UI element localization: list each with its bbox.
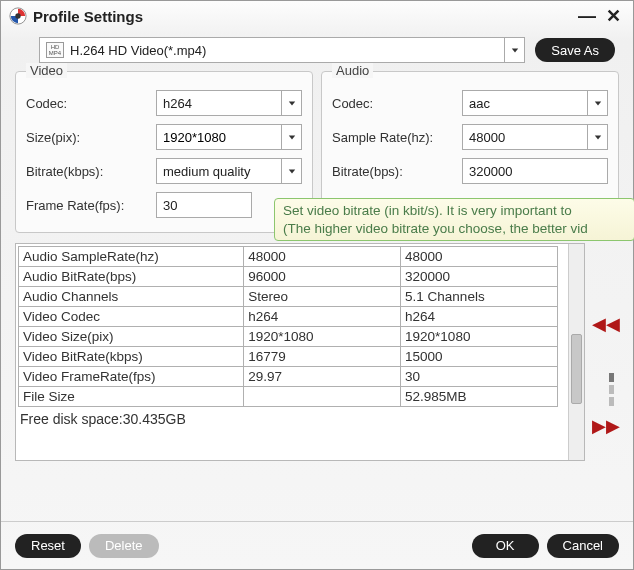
comparison-table: Audio SampleRate(hz)4800048000Audio BitR…	[18, 246, 558, 407]
table-cell-label: Video BitRate(kbps)	[19, 347, 244, 367]
table-row: Audio BitRate(bps)96000320000	[19, 267, 558, 287]
profile-settings-window: Profile Settings — ✕ HD MP4 H.264 HD Vid…	[0, 0, 634, 570]
bitrate-tooltip: Set video bitrate (in kbit/s). It is ver…	[274, 198, 634, 241]
table-cell-target: 320000	[401, 267, 558, 287]
video-size-select[interactable]	[156, 124, 302, 150]
video-bitrate-select[interactable]: medium quality	[156, 158, 302, 184]
table-cell-source: Stereo	[244, 287, 401, 307]
tooltip-line-1: Set video bitrate (in kbit/s). It is ver…	[283, 202, 626, 220]
audio-codec-label: Codec:	[332, 96, 462, 111]
table-cell-source: 48000	[244, 247, 401, 267]
audio-samplerate-select[interactable]: 48000	[462, 124, 608, 150]
chevron-down-icon	[281, 91, 301, 115]
video-bitrate-label: Bitrate(kbps):	[26, 164, 156, 179]
audio-group-title: Audio	[332, 63, 373, 78]
profile-select-value: H.264 HD Video(*.mp4)	[70, 43, 206, 58]
reset-button[interactable]: Reset	[15, 534, 81, 558]
vertical-scrollbar[interactable]	[568, 244, 584, 460]
table-row: Video Size(pix)1920*10801920*1080	[19, 327, 558, 347]
table-cell-target: 15000	[401, 347, 558, 367]
ok-button[interactable]: OK	[472, 534, 539, 558]
chevron-down-icon	[587, 125, 607, 149]
video-codec-select[interactable]: h264	[156, 90, 302, 116]
audio-bitrate-label: Bitrate(bps):	[332, 164, 462, 179]
tooltip-line-2: (The higher video bitrate you choose, th…	[283, 220, 626, 238]
video-codec-label: Codec:	[26, 96, 156, 111]
table-cell-label: File Size	[19, 387, 244, 407]
table-row: Video Codech264h264	[19, 307, 558, 327]
prev-arrow-icon[interactable]: ◀◀	[592, 313, 620, 335]
video-framerate-select[interactable]: 30	[156, 192, 252, 218]
scrollbar-thumb[interactable]	[571, 334, 582, 404]
comparison-scroll[interactable]: Audio SampleRate(hz)4800048000Audio BitR…	[15, 243, 585, 461]
profile-select[interactable]: HD MP4 H.264 HD Video(*.mp4)	[39, 37, 525, 63]
table-cell-label: Audio Channels	[19, 287, 244, 307]
format-icon: HD MP4	[46, 42, 64, 58]
save-as-button[interactable]: Save As	[535, 38, 615, 62]
table-cell-source: 29.97	[244, 367, 401, 387]
table-row: Video BitRate(kbps)1677915000	[19, 347, 558, 367]
app-icon	[9, 7, 27, 25]
profile-row: HD MP4 H.264 HD Video(*.mp4) Save As	[1, 31, 633, 67]
table-cell-label: Audio BitRate(bps)	[19, 267, 244, 287]
table-cell-source: 96000	[244, 267, 401, 287]
next-arrow-icon[interactable]: ▶▶	[592, 415, 620, 437]
minimize-button[interactable]: —	[575, 4, 599, 28]
table-cell-target: 52.985MB	[401, 387, 558, 407]
table-cell-source	[244, 387, 401, 407]
bottom-bar: Reset Delete OK Cancel	[1, 521, 633, 569]
table-cell-target: h264	[401, 307, 558, 327]
audio-bitrate-select[interactable]: 320000	[462, 158, 608, 184]
titlebar: Profile Settings — ✕	[1, 1, 633, 31]
audio-samplerate-label: Sample Rate(hz):	[332, 130, 462, 145]
table-row: File Size52.985MB	[19, 387, 558, 407]
table-cell-source: 16779	[244, 347, 401, 367]
chevron-down-icon	[281, 125, 301, 149]
video-framerate-label: Frame Rate(fps):	[26, 198, 156, 213]
comparison-area: Audio SampleRate(hz)4800048000Audio BitR…	[15, 243, 619, 485]
chevron-down-icon	[504, 38, 524, 62]
table-cell-target: 5.1 Channels	[401, 287, 558, 307]
video-size-input[interactable]	[157, 125, 301, 149]
delete-button[interactable]: Delete	[89, 534, 159, 558]
table-cell-label: Video Size(pix)	[19, 327, 244, 347]
table-cell-source: h264	[244, 307, 401, 327]
table-cell-target: 30	[401, 367, 558, 387]
close-button[interactable]: ✕	[601, 4, 625, 28]
chevron-down-icon	[587, 91, 607, 115]
video-group-title: Video	[26, 63, 67, 78]
cancel-button[interactable]: Cancel	[547, 534, 619, 558]
table-cell-target: 1920*1080	[401, 327, 558, 347]
video-group: Video Codec: h264 Size(pix): Bitrate(kbp…	[15, 71, 313, 233]
audio-codec-select[interactable]: aac	[462, 90, 608, 116]
table-cell-label: Audio SampleRate(hz)	[19, 247, 244, 267]
page-indicator	[609, 373, 615, 406]
table-cell-target: 48000	[401, 247, 558, 267]
video-size-label: Size(pix):	[26, 130, 156, 145]
table-row: Audio SampleRate(hz)4800048000	[19, 247, 558, 267]
table-cell-label: Video FrameRate(fps)	[19, 367, 244, 387]
table-row: Video FrameRate(fps)29.9730	[19, 367, 558, 387]
svg-point-1	[15, 13, 20, 18]
free-disk-label: Free disk space:30.435GB	[16, 409, 584, 427]
chevron-down-icon	[281, 159, 301, 183]
window-title: Profile Settings	[33, 8, 573, 25]
table-cell-label: Video Codec	[19, 307, 244, 327]
table-cell-source: 1920*1080	[244, 327, 401, 347]
table-row: Audio ChannelsStereo5.1 Channels	[19, 287, 558, 307]
